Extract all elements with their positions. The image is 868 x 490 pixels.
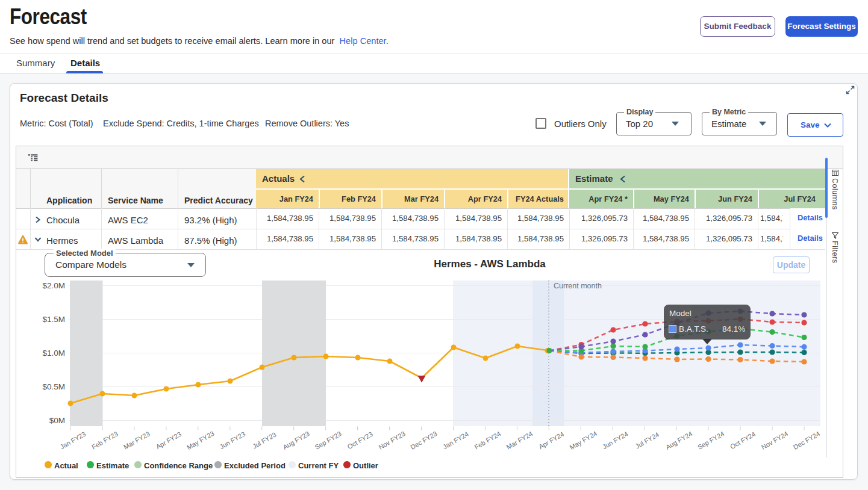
- svg-text:$1.0M: $1.0M: [42, 349, 65, 358]
- svg-text:$1.5M: $1.5M: [42, 315, 65, 324]
- svg-text:Mar FY23: Mar FY23: [122, 430, 151, 451]
- svg-text:Jan FY23: Jan FY23: [59, 430, 87, 451]
- svg-text:Jun FY24: Jun FY24: [601, 430, 629, 451]
- svg-text:Current month: Current month: [554, 282, 602, 290]
- svg-text:$0M: $0M: [49, 416, 65, 425]
- svg-text:May FY24: May FY24: [569, 430, 598, 451]
- svg-text:Jan FY24: Jan FY24: [442, 430, 470, 451]
- svg-text:Jul FY23: Jul FY23: [251, 430, 278, 450]
- svg-text:Oct FY24: Oct FY24: [729, 430, 757, 451]
- svg-text:$2.0M: $2.0M: [42, 281, 65, 290]
- svg-text:Oct FY23: Oct FY23: [346, 430, 373, 451]
- svg-text:Aug FY23: Aug FY23: [282, 430, 311, 451]
- svg-text:Sep FY23: Sep FY23: [314, 430, 343, 451]
- svg-text:Apr FY24: Apr FY24: [537, 430, 565, 451]
- svg-text:Sep FY24: Sep FY24: [696, 430, 725, 451]
- svg-text:Apr FY23: Apr FY23: [155, 430, 183, 451]
- svg-text:Nov FY23: Nov FY23: [377, 430, 406, 451]
- svg-text:Feb FY23: Feb FY23: [90, 430, 119, 451]
- svg-text:Feb FY24: Feb FY24: [473, 430, 502, 451]
- svg-text:Dec FY24: Dec FY24: [792, 430, 821, 451]
- svg-text:Nov FY24: Nov FY24: [760, 430, 789, 451]
- svg-text:Dec FY23: Dec FY23: [409, 430, 438, 451]
- svg-text:Jun FY23: Jun FY23: [218, 430, 246, 451]
- svg-text:Aug FY24: Aug FY24: [664, 430, 693, 451]
- svg-text:May FY23: May FY23: [186, 430, 215, 451]
- svg-text:$0.5M: $0.5M: [42, 382, 65, 391]
- svg-text:Mar FY24: Mar FY24: [505, 430, 534, 451]
- svg-text:Jul FY24: Jul FY24: [634, 430, 660, 450]
